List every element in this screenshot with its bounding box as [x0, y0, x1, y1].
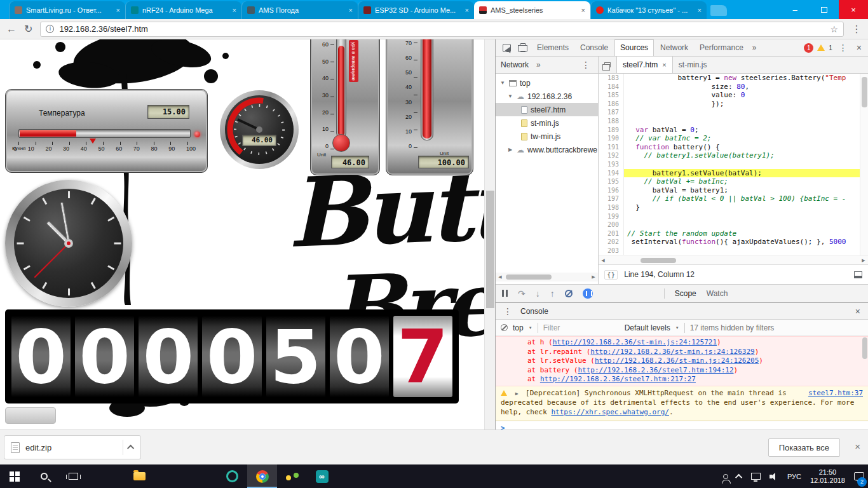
browser-tab-smartliving[interactable]: SmartLiving.ru - Ответ...× [9, 1, 125, 19]
line-number[interactable]: 194 [599, 169, 624, 178]
code-line[interactable]: 193 [599, 160, 868, 169]
start-button[interactable] [0, 464, 29, 488]
console-filter-input[interactable] [543, 323, 620, 332]
close-tab-icon[interactable]: × [581, 6, 585, 14]
line-number[interactable]: 202 [599, 238, 624, 247]
code-line[interactable]: 200 [599, 220, 868, 229]
tab-elements[interactable]: Elements [532, 40, 574, 56]
scrollbar-thumb[interactable] [862, 77, 867, 107]
show-all-downloads-button[interactable]: Показать все [768, 438, 840, 457]
scroll-right-icon[interactable]: ▶ [589, 274, 598, 280]
more-tabs-icon[interactable]: » [750, 43, 759, 52]
code-line[interactable]: 197 // if (batVal < 0 || batVal > 100) {… [599, 194, 868, 203]
tree-item-buttcrack-domain[interactable]: ▶☁www.buttcrackbrewe [496, 143, 598, 156]
close-tab-icon[interactable]: × [662, 57, 666, 73]
step-out-icon[interactable]: ↑ [550, 289, 555, 298]
scroll-left-icon[interactable]: ◀ [496, 274, 505, 280]
close-tab-icon[interactable]: × [116, 6, 120, 14]
code-line[interactable]: 192 // battery1.setValue(battery1); [599, 151, 868, 160]
scrollbar-track[interactable] [607, 256, 859, 264]
line-number[interactable]: 193 [599, 160, 624, 169]
context-selector[interactable]: top [513, 323, 524, 332]
warning-source-link[interactable]: steel7.htm:37 [808, 389, 863, 398]
editor-hscrollbar[interactable]: ◀ ▶ [599, 255, 868, 264]
task-view-button[interactable] [58, 464, 88, 488]
browser-tab-kabachok[interactable]: Кабачок "13 стульев" - ...× [590, 1, 707, 19]
scroll-left-icon[interactable]: ◀ [599, 258, 607, 263]
scrollbar-thumb[interactable] [641, 258, 676, 263]
new-tab-button[interactable] [710, 5, 727, 16]
pause-script-icon[interactable] [502, 290, 508, 297]
log-levels-selector[interactable]: Default levels [625, 323, 670, 332]
code-line[interactable]: 198 } [599, 203, 868, 212]
navigator-menu-icon[interactable]: ⋮ [579, 60, 593, 70]
browser-tab-ams-pogoda[interactable]: AMS Погода× [241, 1, 358, 19]
tree-item-top[interactable]: ▼top [496, 76, 598, 90]
line-number[interactable]: 196 [599, 186, 624, 195]
code-line[interactable]: 201// Start the random update [599, 229, 868, 238]
tab-scope[interactable]: Scope [675, 289, 696, 298]
search-button[interactable] [29, 464, 58, 488]
code-line[interactable]: 196 batVal = battery1; [599, 186, 868, 195]
line-number[interactable]: 199 [599, 212, 624, 221]
tab-sources[interactable]: Sources [614, 39, 654, 56]
stack-link[interactable]: http://192.168.2.36/st-min.js:24:125721 [553, 338, 717, 346]
code-line[interactable]: 184 size: 80, [599, 83, 868, 92]
tree-item-twmin[interactable]: tw-min.js [496, 130, 598, 143]
editor-tab-steel7[interactable]: steel7.htm× [616, 57, 673, 73]
step-into-icon[interactable]: ↓ [536, 289, 540, 298]
tab-watch[interactable]: Watch [707, 289, 728, 298]
tab-console[interactable]: Console [575, 40, 613, 56]
close-tab-icon[interactable]: × [698, 6, 702, 14]
devtools-menu-icon[interactable]: ⋮ [836, 43, 850, 53]
chrome-menu-icon[interactable]: ⋮ [851, 24, 862, 34]
line-number[interactable]: 186 [599, 100, 624, 109]
taskbar-clock[interactable]: 21:50 12.01.2018 [810, 468, 845, 485]
line-number[interactable]: 200 [599, 220, 624, 229]
line-number[interactable]: 197 [599, 194, 624, 203]
scrollbar-track[interactable] [505, 273, 589, 281]
bookmark-star-icon[interactable]: ☆ [830, 24, 838, 34]
code-line[interactable]: 185 value: 0 [599, 91, 868, 100]
line-number[interactable]: 187 [599, 108, 624, 117]
network-icon[interactable] [751, 473, 761, 480]
pause-on-exceptions-icon[interactable] [583, 288, 593, 299]
editor-vscrollbar[interactable] [860, 74, 868, 255]
step-over-icon[interactable]: ↷ [518, 289, 526, 298]
editor-tab-stmin[interactable]: st-min.js [673, 57, 713, 73]
line-number[interactable]: 183 [599, 74, 624, 83]
address-bar[interactable]: i 192.168.2.36/steel7.htm ☆ [40, 22, 844, 37]
code-line[interactable]: 202 setInterval(function(){ ajaxUpdateVa… [599, 238, 868, 247]
navigator-hscrollbar[interactable]: ◀ ▶ [496, 273, 598, 281]
winscp-button[interactable] [277, 464, 307, 488]
tree-item-steel7[interactable]: steel7.htm [496, 103, 598, 116]
code-line[interactable]: 194 battery1.setValue(batVal); [599, 169, 868, 178]
arduino-button[interactable]: ∞ [307, 464, 337, 488]
download-menu-chevron-icon[interactable] [127, 445, 134, 452]
navigator-toggle-icon[interactable] [604, 62, 611, 67]
warning-link[interactable]: https://xhr.spec.whatwg.org/ [551, 408, 668, 416]
stack-link[interactable]: http://192.168.2.36/st-min.js:24:126329 [590, 348, 754, 356]
code-line[interactable]: 203 [599, 247, 868, 255]
browser-tab-nrf24[interactable]: nRF24 - Arduino Mega× [125, 1, 241, 19]
clear-console-icon[interactable] [501, 324, 508, 331]
code-line[interactable]: 186 }); [599, 100, 868, 109]
browser-tab-esp32[interactable]: ESP32 SD - Arduino Me...× [358, 1, 474, 19]
maximize-button[interactable] [810, 0, 839, 19]
download-filename[interactable]: edit.zip [25, 443, 117, 452]
page-info-icon[interactable]: i [46, 25, 54, 33]
app-button-teal[interactable] [217, 464, 247, 488]
stack-link[interactable]: http://192.168.2.36/steel7.htm:194:12 [578, 366, 733, 374]
console-prompt[interactable]: > [496, 421, 868, 430]
close-window-button[interactable]: × [839, 0, 868, 19]
scroll-right-icon[interactable]: ▶ [859, 258, 868, 263]
deactivate-breakpoints-icon[interactable] [565, 290, 573, 297]
volume-icon[interactable] [770, 473, 778, 480]
line-number[interactable]: 190 [599, 134, 624, 143]
tree-item-domain[interactable]: ▼☁192.168.2.36 [496, 90, 598, 103]
drawer-toggle-icon[interactable] [854, 271, 862, 278]
line-number[interactable]: 203 [599, 247, 624, 255]
more-tabs-icon[interactable]: » [534, 60, 543, 69]
navigator-tab-network[interactable]: Network [501, 60, 529, 69]
error-count-badge[interactable]: 1 [804, 43, 813, 53]
